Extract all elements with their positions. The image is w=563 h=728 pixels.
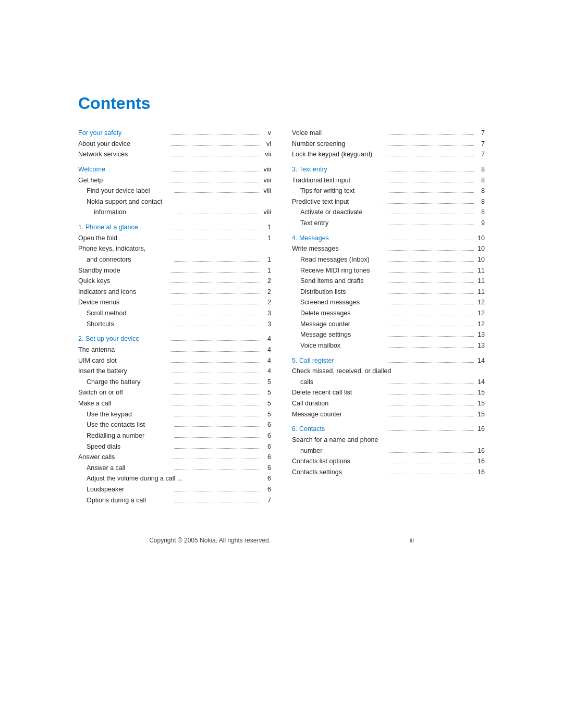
toc-entry: Distribution lists11 [292, 287, 485, 298]
toc-page-number: 16 [475, 424, 485, 435]
toc-entry: Message settings13 [292, 329, 485, 340]
toc-page-number: 8 [475, 175, 485, 186]
toc-page-number: 8 [475, 186, 485, 196]
toc-right-column: Voice mail7Number screening7Lock the key… [292, 128, 485, 505]
toc-entry: Redialling a number6 [78, 430, 271, 441]
toc-entry-label: Number screening [292, 139, 382, 150]
toc-spacer [292, 229, 485, 233]
toc-entry-label: Standby mode [78, 265, 168, 276]
toc-dots [174, 426, 260, 427]
toc-page-number: 8 [475, 164, 485, 175]
toc-page-number: 4 [262, 334, 271, 344]
toc-entry-label: Use the contacts list [87, 419, 173, 430]
toc-page-number: vi [262, 139, 271, 150]
toc-dots [388, 336, 474, 337]
toc-dots [170, 340, 260, 341]
toc-entry: Contacts list options16 [292, 456, 485, 467]
toc-page-number: 13 [475, 329, 485, 340]
toc-entry-label: Read messages (Inbox) [300, 254, 386, 265]
toc-page-number: 12 [475, 297, 485, 308]
toc-dots [170, 171, 260, 171]
toc-entry-label: Write messages [292, 243, 382, 254]
toc-entry-label: 6. Contacts [292, 424, 382, 435]
toc-dots [170, 156, 260, 156]
toc-entry: Open the fold1 [78, 233, 271, 244]
toc-entry-label: Find your device label [87, 186, 173, 196]
toc-dots [388, 192, 474, 193]
toc-page-number: 14 [475, 377, 485, 388]
toc-page-number: 5 [262, 398, 271, 409]
toc-entry-label: Screened messages [300, 297, 386, 308]
toc-entry: 1. Phone at a glance1 [78, 222, 271, 233]
toc-page-number: 9 [475, 218, 485, 229]
toc-page-number: 8 [475, 196, 485, 207]
toc-entry: Message counter15 [292, 409, 485, 420]
toc-entry: Contacts settings16 [292, 467, 485, 478]
toc-entry: Loudspeaker6 [78, 484, 271, 495]
toc-spacer [292, 419, 485, 424]
toc-entry: Voice mail7 [292, 128, 485, 139]
toc-page-number: viii [262, 207, 271, 218]
toc-entry: Use the keypad5 [78, 409, 271, 420]
toc-entry-label: information [94, 207, 176, 218]
toc-dots [174, 384, 260, 384]
page: Contents For your safetyvAbout your devi… [78, 0, 485, 586]
toc-entry: Switch on or off5 [78, 387, 271, 398]
toc-spacer [292, 160, 485, 164]
toc-page-number: 1 [262, 265, 271, 276]
toc-page-number: 2 [262, 276, 271, 287]
toc-entry-label: Distribution lists [300, 287, 386, 298]
toc-dots [170, 373, 260, 373]
toc-entry-label: About your device [78, 139, 168, 150]
toc-page-number: 15 [475, 409, 485, 420]
toc-entry: Read messages (Inbox)10 [292, 254, 485, 265]
toc-entry-label: Insert the battery [78, 366, 168, 377]
toc-dots [174, 326, 260, 326]
toc-entry: Search for a name and phone [292, 435, 485, 446]
toc-entry-label: Switch on or off [78, 387, 168, 398]
toc-page-number: 15 [475, 387, 485, 398]
toc-entry-label: Search for a name and phone [292, 435, 485, 446]
toc-dots [170, 240, 260, 240]
toc-entry-label: Message counter [300, 319, 386, 330]
toc-dots [174, 261, 260, 262]
toc-dots [170, 145, 260, 146]
toc-dots [170, 304, 260, 304]
toc-page-number: 11 [475, 265, 485, 276]
copyright-text: Copyright © 2005 Nokia. All rights reser… [149, 537, 271, 544]
toc-page-number: 15 [475, 398, 485, 409]
toc-dots [170, 394, 260, 394]
toc-entry: Device menus2 [78, 297, 271, 308]
toc-page-number: 7 [475, 139, 485, 150]
toc-entry-label: Network services [78, 149, 168, 160]
toc-entry: Phone keys, indicators, [78, 243, 271, 254]
toc-entry-label: Get help [78, 175, 168, 186]
toc-page-number: viii [262, 175, 271, 186]
toc-entry: Text entry9 [292, 218, 485, 229]
toc-page-number: 2 [262, 297, 271, 308]
toc-dots [174, 448, 260, 449]
toc-entry-label: Answer calls [78, 452, 168, 463]
toc-entry-label: Make a call [78, 398, 168, 409]
toc-dots [388, 384, 474, 384]
toc-entry-label: Message settings [300, 329, 386, 340]
toc-entry: Options during a call7 [78, 495, 271, 506]
toc-page-number: 7 [475, 149, 485, 160]
toc-entry-label: Indicators and icons [78, 287, 168, 298]
toc-entry-label: Nokia support and contact [87, 196, 271, 207]
toc-grid: For your safetyvAbout your deviceviNetwo… [78, 128, 485, 505]
toc-dots [170, 282, 260, 283]
toc-entry: Make a call5 [78, 398, 271, 409]
toc-page-number: 6 [262, 484, 271, 495]
toc-dots [384, 463, 474, 463]
toc-entry-label: Delete recent call list [292, 387, 382, 398]
toc-entry-label: Predictive text input [292, 196, 382, 207]
toc-page-number: 1 [262, 254, 271, 265]
toc-dots [174, 491, 260, 491]
toc-page-number: 12 [475, 308, 485, 319]
toc-dots [388, 293, 474, 294]
toc-entry-label: Scroll method [87, 308, 173, 319]
toc-page-number: 6 [262, 473, 271, 484]
toc-dots [384, 145, 474, 146]
toc-page-number: 4 [262, 344, 271, 355]
